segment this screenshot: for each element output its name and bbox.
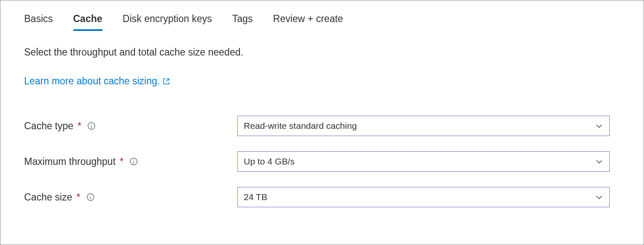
label-cache-type-text: Cache type	[24, 120, 73, 132]
cache-config-panel: Basics Cache Disk encryption keys Tags R…	[0, 0, 644, 245]
select-max-throughput[interactable]: Up to 4 GB/s	[237, 151, 610, 172]
label-cache-size-text: Cache size	[24, 192, 72, 203]
required-indicator: *	[77, 120, 81, 132]
chevron-down-icon	[595, 122, 603, 130]
svg-point-5	[90, 195, 91, 196]
learn-more-text: Learn more about cache sizing.	[24, 75, 160, 87]
select-cache-type[interactable]: Read-write standard caching	[237, 116, 610, 136]
select-cache-size-value: 24 TB	[244, 192, 267, 202]
row-cache-size: Cache size * 24 TB	[24, 187, 620, 207]
row-max-throughput: Maximum throughput * Up to 4 GB/s	[24, 151, 620, 172]
required-indicator: *	[77, 192, 80, 203]
svg-point-1	[91, 124, 92, 125]
select-max-throughput-value: Up to 4 GB/s	[244, 156, 294, 167]
label-max-throughput-text: Maximum throughput	[24, 156, 116, 167]
svg-point-3	[133, 160, 134, 161]
info-icon[interactable]	[129, 157, 138, 166]
label-cache-type: Cache type *	[24, 120, 237, 132]
select-cache-size[interactable]: 24 TB	[237, 187, 610, 207]
external-link-icon	[162, 78, 170, 85]
tab-cache[interactable]: Cache	[73, 13, 102, 31]
label-max-throughput: Maximum throughput *	[24, 156, 237, 167]
section-description: Select the throughput and total cache si…	[24, 46, 620, 59]
info-icon[interactable]	[86, 193, 95, 201]
tab-basics[interactable]: Basics	[24, 13, 53, 31]
wizard-tabs: Basics Cache Disk encryption keys Tags R…	[24, 13, 620, 31]
row-cache-type: Cache type * Read-write standard caching	[24, 116, 620, 136]
select-cache-type-value: Read-write standard caching	[244, 121, 357, 131]
tab-review-create[interactable]: Review + create	[273, 13, 343, 31]
tab-tags[interactable]: Tags	[232, 13, 253, 31]
chevron-down-icon	[595, 157, 603, 166]
info-icon[interactable]	[87, 122, 96, 130]
required-indicator: *	[120, 156, 124, 167]
tab-disk-encryption-keys[interactable]: Disk encryption keys	[123, 13, 212, 31]
chevron-down-icon	[595, 193, 603, 201]
learn-more-link[interactable]: Learn more about cache sizing.	[24, 75, 170, 87]
label-cache-size: Cache size *	[24, 192, 237, 203]
